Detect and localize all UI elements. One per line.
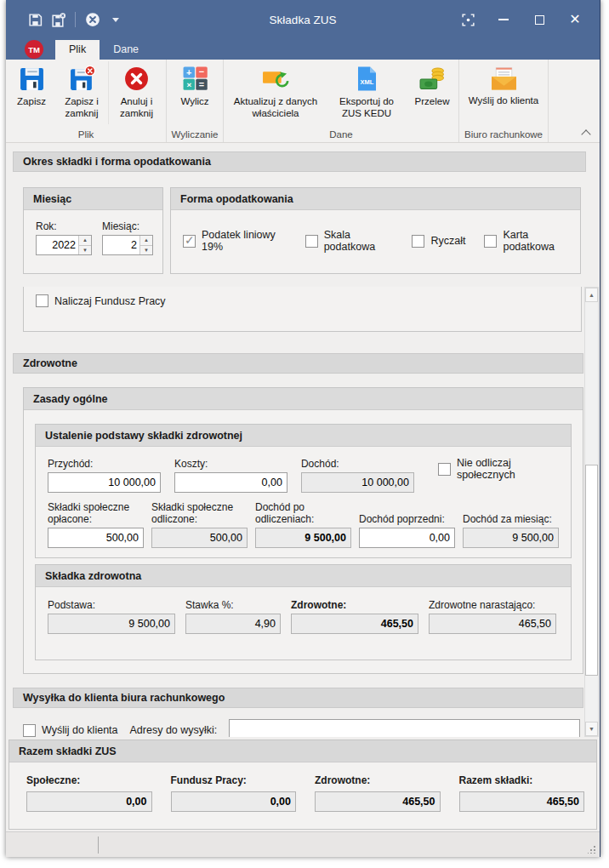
dochod-po-odliczeniach-input (255, 528, 351, 548)
scroll-down-button[interactable] (585, 722, 598, 736)
button-label: Eksportuj do ZUS KEDU (328, 95, 405, 120)
ribbon-tab-row: TM Plik Dane (6, 39, 600, 60)
miesiac-stepper[interactable] (102, 235, 153, 255)
ribbon-collapse-chevron[interactable] (583, 128, 589, 135)
eksportuj-button[interactable]: XML Eksportuj do ZUS KEDU (326, 61, 407, 124)
checkbox-label: Nie odliczaj społecznych (457, 457, 559, 481)
checkbox-label: Naliczaj Fundusz Pracy (54, 295, 166, 307)
groupbox-title: Zasady ogólne (24, 388, 583, 410)
zdrowotne-field: Zdrowotne: (291, 599, 418, 634)
section-title: Razem składki ZUS (9, 740, 596, 762)
checkbox-podatek-liniowy[interactable]: Podatek liniowy 19% (183, 229, 287, 253)
quick-cancel-button[interactable] (84, 11, 101, 28)
spoleczne-oplacone-input[interactable] (48, 528, 144, 548)
spin-down-icon[interactable] (140, 245, 152, 255)
quick-save-button[interactable] (26, 11, 43, 28)
minimize-button[interactable] (486, 6, 521, 33)
quick-save-close-button[interactable] (49, 11, 66, 28)
podstawa-field: Podstawa: (48, 599, 175, 634)
checkbox-naliczaj-fundusz[interactable]: Naliczaj Fundusz Pracy (36, 294, 166, 307)
checkbox-skala-podatkowa[interactable]: Skala podatkowa (305, 229, 394, 253)
dochod-field: Dochód: (301, 458, 414, 493)
checkbox-nie-odliczaj[interactable]: Nie odliczaj społecznych (438, 457, 559, 481)
scroll-panel: Naliczaj Fundusz Pracy Zdrowotne Zasady … (13, 287, 599, 737)
xml-file-icon: XML (354, 66, 380, 92)
section-wysylka-header: Wysyłka do klienta biura rachunkowego (13, 688, 583, 708)
field-label: Składki społeczne opłacone: (48, 500, 144, 525)
adresy-label: Adresy do wysyłki: (130, 724, 218, 736)
wyslij-do-klienta-button[interactable]: Wyślij do klienta (461, 61, 546, 124)
rok-input[interactable] (37, 236, 78, 254)
razem-razem-field: Razem składki: (459, 774, 585, 812)
field-label: Zdrowotne: (291, 599, 418, 611)
checkbox-box[interactable] (305, 235, 318, 248)
wylicz-button[interactable]: + − × = Wylicz (168, 61, 221, 124)
zasady-ogolne-groupbox: Zasady ogólne Ustalenie podstawy składki… (23, 387, 583, 674)
checkbox-box[interactable] (183, 235, 196, 248)
spin-down-icon[interactable] (79, 245, 91, 255)
dochod-input (301, 472, 414, 493)
anuluj-i-zamknij-button[interactable]: Anuluj i zamknij (108, 61, 164, 124)
zapisz-i-zamknij-button[interactable]: Zapisz i zamknij (55, 61, 108, 124)
checkbox-box[interactable] (23, 724, 36, 737)
quick-access-toolbar (6, 11, 124, 28)
cancel-icon (123, 66, 150, 92)
tab-dane[interactable]: Dane (100, 40, 152, 60)
rok-stepper[interactable] (36, 235, 92, 255)
section-title: Zdrowotne (23, 357, 77, 369)
tab-plik[interactable]: Plik (55, 40, 100, 60)
spin-up-icon[interactable] (140, 236, 152, 245)
groupbox-title: Ustalenie podstawy składki zdrowotnej (36, 425, 571, 447)
przychod-input[interactable] (48, 472, 161, 493)
razem-zdrowotne-field: Zdrowotne: (315, 774, 441, 812)
koszty-input[interactable] (174, 472, 287, 493)
app-logo[interactable]: TM (25, 40, 43, 59)
field-label: Podstawa: (48, 599, 175, 611)
vertical-scrollbar[interactable] (584, 287, 599, 737)
field-label: Razem składki: (459, 774, 585, 786)
razem-spoleczne-input (26, 791, 152, 812)
main-content: Okres składki i forma opodatkowania Mies… (6, 143, 600, 740)
razem-skladki-input (459, 791, 585, 812)
button-label: Aktualizuj z danych właściciela (228, 95, 323, 120)
checkbox-wyslij-do-klienta[interactable]: Wyślij do klienta (23, 724, 118, 737)
zapisz-button[interactable]: Zapisz (8, 61, 55, 124)
miesiac-input[interactable] (103, 236, 139, 254)
svg-text:=: = (198, 79, 203, 89)
field-label: Koszty: (174, 458, 287, 470)
aktualizuj-button[interactable]: Aktualizuj z danych właściciela (225, 61, 326, 124)
checkbox-ryczalt[interactable]: Ryczałt (412, 235, 465, 248)
checkbox-box[interactable] (412, 235, 424, 248)
section-title: Wysyłka do klienta biura rachunkowego (23, 692, 225, 704)
calculator-icon: + − × = (182, 66, 208, 92)
close-button[interactable] (557, 6, 593, 33)
dochod-poprzedni-input[interactable] (359, 528, 455, 548)
capture-button[interactable] (450, 6, 486, 33)
miesiac-groupbox: Miesiąc Rok: Miesiąc: (23, 187, 163, 274)
maximize-button[interactable] (521, 6, 557, 33)
checkbox-box[interactable] (438, 463, 451, 476)
checkbox-karta-podatkowa[interactable]: Karta podatkowa (484, 229, 572, 253)
checkbox-label: Skala podatkowa (324, 229, 394, 253)
razem-skladki-section: Razem składki ZUS Społeczne: Fundusz Pra… (9, 740, 597, 830)
checkbox-label: Ryczałt (430, 235, 465, 247)
stawka-field: Stawka %: (185, 599, 281, 634)
przelew-button[interactable]: Przelew (407, 61, 457, 124)
checkbox-box[interactable] (484, 235, 497, 248)
miesiac-label: Miesiąc: (102, 220, 153, 232)
scrollbar-thumb[interactable] (585, 465, 598, 676)
resize-grip[interactable] (588, 845, 596, 854)
spin-up-icon[interactable] (79, 236, 91, 245)
scroll-up-button[interactable] (585, 288, 598, 302)
dochod-po-odliczeniach-field: Dochód po odliczeniach: (255, 500, 351, 548)
button-label: Zapisz (17, 95, 46, 107)
section-okres-header: Okres składki i forma opodatkowania (13, 151, 586, 172)
checkbox-box[interactable] (36, 294, 48, 307)
spoleczne-groupbox-clipped: Naliczaj Fundusz Pracy (23, 287, 582, 332)
section-zdrowotne-header: Zdrowotne (13, 353, 583, 374)
button-label: Zapisz i zamknij (58, 95, 105, 120)
envelope-icon (489, 66, 519, 91)
save-icon (19, 66, 45, 92)
qat-dropdown-button[interactable] (107, 11, 124, 28)
adresy-input[interactable] (229, 719, 580, 737)
